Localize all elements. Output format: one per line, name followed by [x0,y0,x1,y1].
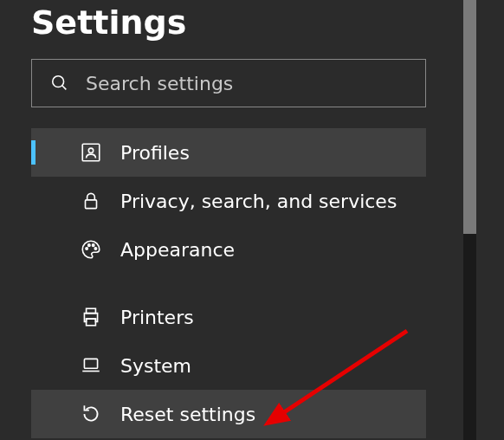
nav-item-label: Privacy, search, and services [120,191,397,212]
laptop-icon [79,353,103,378]
nav-item-label: Appearance [120,239,235,261]
lock-icon [79,189,103,213]
nav-spacer [31,274,426,293]
page-title: Settings [31,0,426,59]
svg-point-8 [94,248,96,249]
search-input[interactable] [86,73,410,94]
nav-item-profiles[interactable]: Profiles [31,128,426,177]
nav-item-label: Reset settings [120,404,255,425]
nav-item-system[interactable]: System [31,341,426,390]
search-icon [48,71,72,95]
reset-icon [79,402,103,426]
svg-point-7 [93,244,94,246]
svg-rect-11 [84,359,97,368]
nav-item-appearance[interactable]: Appearance [31,225,426,274]
svg-point-3 [88,148,93,152]
printer-icon [79,305,103,329]
settings-nav-list: Profiles Privacy, search, and services [31,128,426,438]
svg-point-6 [88,244,90,246]
svg-rect-10 [87,319,96,326]
search-container[interactable] [31,59,426,107]
svg-rect-9 [87,308,96,313]
palette-icon [79,237,103,262]
scrollbar-thumb[interactable] [463,0,476,234]
svg-rect-4 [86,200,97,209]
svg-point-0 [53,76,64,87]
nav-item-label: System [120,355,191,377]
nav-item-label: Printers [120,307,194,328]
active-indicator [31,140,36,165]
nav-item-privacy[interactable]: Privacy, search, and services [31,177,426,225]
svg-point-5 [86,248,87,249]
profiles-icon [79,140,103,165]
nav-item-label: Profiles [120,142,190,164]
nav-item-printers[interactable]: Printers [31,293,426,341]
nav-item-reset[interactable]: Reset settings [31,390,426,438]
svg-line-1 [62,86,67,90]
